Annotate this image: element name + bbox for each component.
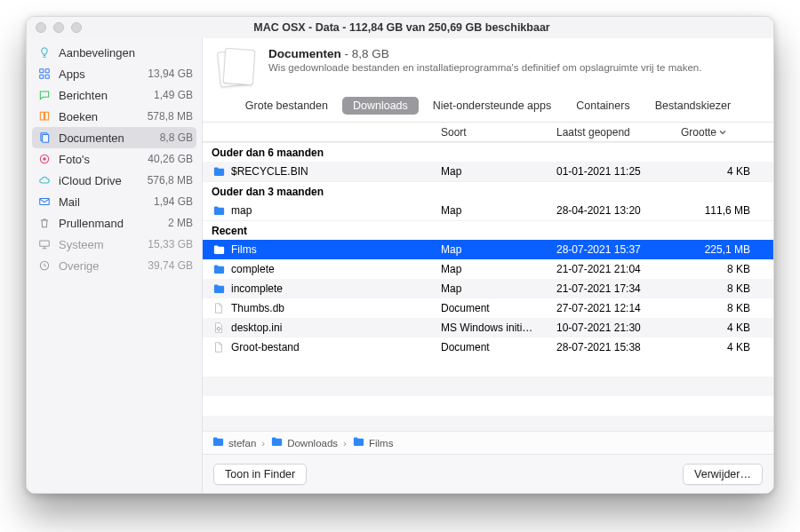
sidebar-item-size: 1,49 GB bbox=[154, 89, 193, 101]
zoom-icon[interactable] bbox=[71, 22, 82, 33]
file-kind: Map bbox=[441, 263, 556, 275]
file-size: 4 KB bbox=[681, 341, 761, 353]
table-row[interactable]: incomplete Map 21-07-2021 17:34 8 KB bbox=[203, 279, 773, 298]
sidebar-item-icloud-drive[interactable]: iCloud Drive576,8 MB bbox=[27, 170, 202, 191]
file-opened: 28-04-2021 13:20 bbox=[556, 204, 681, 217]
apps-icon bbox=[37, 67, 52, 81]
file-kind: Map bbox=[441, 165, 556, 178]
sidebar-item-apps[interactable]: Apps13,94 GB bbox=[27, 63, 202, 84]
sidebar-item-label: Boeken bbox=[59, 110, 140, 123]
sidebar-item-berichten[interactable]: Berichten1,49 GB bbox=[27, 84, 202, 106]
file-opened: 28-07-2021 15:38 bbox=[556, 341, 681, 353]
tab-niet-ondersteunde-apps[interactable]: Niet-ondersteunde apps bbox=[422, 97, 562, 115]
sidebar-item-size: 40,26 GB bbox=[148, 153, 193, 165]
file-name: $RECYCLE.BIN bbox=[231, 165, 308, 178]
file-size: 111,6 MB bbox=[681, 204, 761, 217]
col-size[interactable]: Grootte bbox=[681, 126, 761, 139]
section-header: Ouder dan 3 maanden bbox=[203, 181, 773, 201]
file-size: 4 KB bbox=[681, 322, 761, 334]
folder-icon bbox=[212, 203, 226, 218]
table-row[interactable]: complete Map 21-07-2021 21:04 8 KB bbox=[203, 259, 773, 279]
file-opened: 01-01-2021 11:25 bbox=[556, 165, 681, 178]
chevron-right-icon: › bbox=[343, 438, 347, 449]
file-kind: Map bbox=[441, 282, 556, 295]
footer-bar: Toon in Finder Verwijder… bbox=[203, 454, 773, 493]
storage-management-window: MAC OSX - Data - 112,84 GB van 250,69 GB… bbox=[26, 16, 774, 494]
chevron-down-icon bbox=[719, 129, 726, 136]
summary-size: - 8,8 GB bbox=[341, 47, 389, 60]
file-table: Soort Laatst geopend Grootte Ouder dan 6… bbox=[203, 123, 773, 431]
file-size: 4 KB bbox=[681, 165, 761, 178]
show-in-finder-button[interactable]: Toon in Finder bbox=[213, 464, 307, 485]
file-opened: 21-07-2021 21:04 bbox=[556, 263, 681, 275]
file-opened: 28-07-2021 15:37 bbox=[556, 243, 681, 256]
sidebar-item-label: iCloud Drive bbox=[59, 174, 140, 187]
folder-icon bbox=[270, 435, 284, 450]
section-header: Recent bbox=[203, 220, 773, 240]
file-size: 8 KB bbox=[681, 282, 761, 295]
delete-button[interactable]: Verwijder… bbox=[683, 464, 763, 485]
file-name: incomplete bbox=[231, 282, 283, 295]
sidebar-item-mail[interactable]: Mail1,94 GB bbox=[27, 191, 202, 212]
col-opened[interactable]: Laatst geopend bbox=[556, 126, 681, 139]
mail-icon bbox=[37, 195, 52, 209]
sidebar-item-systeem[interactable]: Systeem15,33 GB bbox=[27, 234, 202, 255]
file-kind: Map bbox=[441, 204, 556, 217]
tab-downloads[interactable]: Downloads bbox=[342, 97, 419, 115]
svg-rect-0 bbox=[40, 69, 44, 73]
sidebar-item-label: Overige bbox=[59, 259, 140, 273]
svg-point-7 bbox=[43, 157, 46, 161]
file-opened: 27-07-2021 12:14 bbox=[556, 302, 681, 314]
breadcrumb: stefan›Downloads›Films bbox=[203, 431, 773, 454]
main-panel: Documenten - 8,8 GB Wis gedownloade best… bbox=[203, 38, 773, 493]
col-kind[interactable]: Soort bbox=[441, 126, 556, 139]
sidebar-item-size: 578,8 MB bbox=[148, 110, 193, 123]
folder-icon bbox=[212, 262, 226, 276]
breadcrumb-item[interactable]: Downloads bbox=[270, 435, 338, 450]
breadcrumb-item[interactable]: stefan bbox=[212, 435, 256, 450]
sidebar-item-label: Aanbevelingen bbox=[59, 46, 186, 60]
file-size: 8 KB bbox=[681, 302, 761, 314]
sidebar-item-size: 1,94 GB bbox=[154, 195, 193, 208]
sidebar-item-label: Mail bbox=[59, 195, 147, 209]
section-header: Ouder dan 6 maanden bbox=[203, 142, 773, 162]
tab-containers[interactable]: Containers bbox=[565, 97, 640, 115]
table-row[interactable]: map Map 28-04-2021 13:20 111,6 MB bbox=[203, 201, 773, 220]
minimize-icon[interactable] bbox=[53, 22, 64, 33]
sidebar-item-overige[interactable]: Overige39,74 GB bbox=[27, 255, 202, 276]
tab-bestandskiezer[interactable]: Bestandskiezer bbox=[644, 97, 741, 115]
file-opened: 10-07-2021 21:30 bbox=[556, 322, 681, 334]
sidebar-item-label: Systeem bbox=[59, 238, 140, 251]
table-row[interactable]: desktop.ini MS Windows initi… 10-07-2021… bbox=[203, 318, 773, 337]
sidebar-item-documenten[interactable]: Documenten8,8 GB bbox=[32, 127, 196, 148]
window-title: MAC OSX - Data - 112,84 GB van 250,69 GB… bbox=[82, 21, 722, 34]
summary-title: Documenten bbox=[268, 47, 341, 60]
breadcrumb-item[interactable]: Films bbox=[352, 435, 393, 450]
icloud-icon bbox=[37, 173, 52, 187]
sidebar-item-size: 2 MB bbox=[168, 217, 193, 229]
trash-icon bbox=[37, 216, 52, 230]
sidebar-item-boeken[interactable]: Boeken578,8 MB bbox=[27, 106, 202, 127]
sidebar-item-aanbevelingen[interactable]: Aanbevelingen bbox=[27, 42, 202, 63]
file-kind: Document bbox=[441, 302, 556, 314]
table-row[interactable]: Thumbs.db Document 27-07-2021 12:14 8 KB bbox=[203, 298, 773, 318]
system-icon bbox=[37, 237, 52, 251]
file-size: 8 KB bbox=[681, 263, 761, 275]
lightbulb-icon bbox=[37, 45, 52, 60]
file-name: Thumbs.db bbox=[231, 302, 284, 314]
table-row[interactable]: Films Map 28-07-2021 15:37 225,1 MB bbox=[203, 240, 773, 259]
table-row[interactable]: Groot-bestand Document 28-07-2021 15:38 … bbox=[203, 337, 773, 357]
sidebar-item-foto-s[interactable]: Foto's40,26 GB bbox=[27, 148, 202, 170]
sidebar-item-size: 13,94 GB bbox=[148, 67, 193, 80]
file-name: desktop.ini bbox=[231, 322, 282, 334]
tab-bar: Grote bestandenDownloadsNiet-ondersteund… bbox=[203, 93, 773, 123]
sidebar-item-size: 15,33 GB bbox=[148, 238, 193, 250]
close-icon[interactable] bbox=[36, 22, 46, 33]
sidebar-item-label: Documenten bbox=[59, 131, 153, 145]
sidebar-item-prullenmand[interactable]: Prullenmand2 MB bbox=[27, 212, 202, 234]
folder-icon bbox=[212, 164, 226, 179]
table-row[interactable]: $RECYCLE.BIN Map 01-01-2021 11:25 4 KB bbox=[203, 162, 773, 181]
file-opened: 21-07-2021 17:34 bbox=[556, 282, 681, 295]
tab-grote-bestanden[interactable]: Grote bestanden bbox=[235, 97, 339, 115]
file-size: 225,1 MB bbox=[681, 243, 761, 256]
